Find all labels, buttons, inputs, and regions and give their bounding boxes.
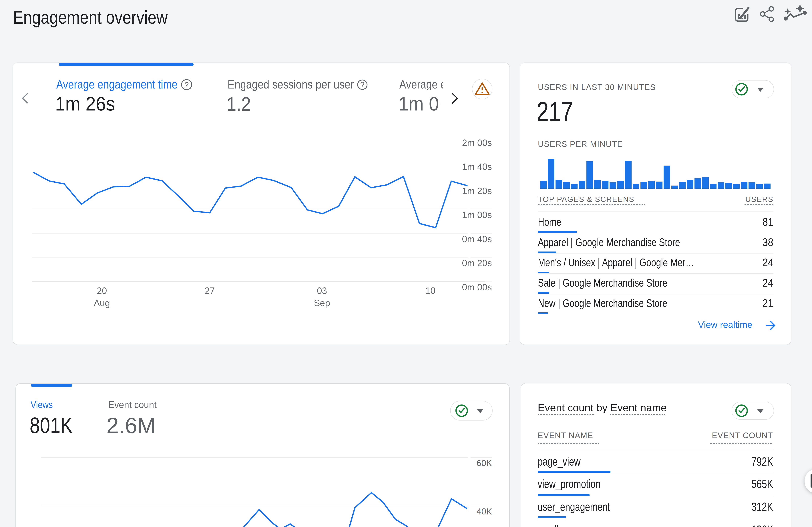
- svg-text:?: ?: [360, 80, 364, 89]
- svg-text:?: ?: [185, 80, 189, 89]
